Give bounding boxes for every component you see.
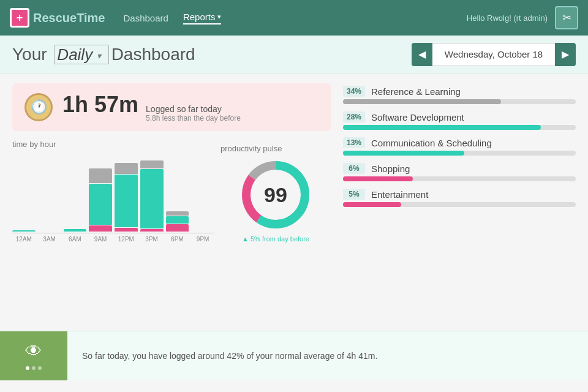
bar-label-7: 9PM: [191, 236, 214, 243]
pulse-sub: ▲ 5% from day before: [242, 235, 309, 243]
brand-name: RescueTime: [33, 11, 105, 25]
footer-text: So far today, you have logged around 42%…: [67, 351, 392, 361]
time-by-hour-chart: time by hour 12AM3AM6AM9AM12PM3PM6PM9PM: [12, 140, 214, 243]
logged-info: 1h 57m Logged so far today 5.8h less tha…: [62, 92, 241, 123]
category-pct-3: 6%: [343, 163, 365, 174]
footer-dot-2: [32, 366, 36, 370]
brand-icon: +: [10, 8, 29, 28]
bar-label-5: 3PM: [140, 236, 164, 243]
eye-icon: 👁: [25, 341, 42, 361]
bar-gray: [166, 211, 189, 215]
category-pct-0: 34%: [343, 86, 365, 97]
bar-label-3: 9AM: [89, 236, 112, 243]
right-panel: 34%Reference & Learning28%Software Devel…: [343, 83, 576, 321]
nav-reports-label: Reports: [183, 12, 216, 22]
category-header-0: 34%Reference & Learning: [343, 86, 576, 97]
category-bar-3: [343, 176, 413, 181]
category-name-2: Communication & Scheduling: [371, 138, 492, 148]
date-label: Wednesday, October 18: [432, 43, 555, 66]
bar-label-6: 6PM: [166, 236, 189, 243]
donut-container: 99: [239, 158, 312, 232]
category-name-0: Reference & Learning: [371, 86, 461, 97]
logged-time-box: 🕐 1h 57m Logged so far today 5.8h less t…: [12, 83, 331, 131]
bar-gray: [115, 163, 138, 174]
logged-label: Logged so far today: [146, 104, 241, 114]
bar-label-1: 3AM: [38, 236, 61, 243]
bar-label-0: 12AM: [12, 236, 36, 243]
date-next-button[interactable]: ▶: [555, 43, 576, 66]
category-name-3: Shopping: [371, 164, 410, 174]
category-header-4: 5%Entertainment: [343, 189, 576, 200]
category-header-3: 6%Shopping: [343, 163, 576, 174]
bar-group-4: [115, 162, 138, 232]
category-bar-bg-2: [343, 151, 576, 156]
category-header-2: 13%Communication & Scheduling: [343, 137, 576, 148]
bar-gray: [89, 168, 112, 183]
daily-label: Daily: [57, 45, 92, 64]
pulse-value: 99: [264, 183, 287, 207]
bar-pink: [115, 228, 138, 232]
logged-time-value: 1h 57m: [62, 92, 138, 118]
category-bar-4: [343, 202, 401, 207]
category-name-1: Software Development: [371, 112, 464, 123]
category-header-1: 28%Software Development: [343, 111, 576, 123]
brand-icon-text: +: [17, 12, 23, 24]
tools-button[interactable]: ✂: [555, 6, 578, 29]
footer-dot-3: [38, 366, 42, 370]
bar-gray: [140, 160, 164, 168]
daily-dropdown[interactable]: Daily ▾: [54, 45, 108, 64]
footer-dots: [26, 366, 42, 370]
category-bar-bg-3: [343, 176, 576, 181]
category-bar-bg-0: [343, 99, 576, 104]
category-pct-1: 28%: [343, 111, 365, 123]
date-prev-button[interactable]: ◀: [412, 43, 432, 66]
footer-icon-box: 👁: [0, 331, 67, 380]
bar-teal: [115, 175, 138, 227]
main-content: 🕐 1h 57m Logged so far today 5.8h less t…: [0, 74, 588, 331]
bar-teal: [166, 216, 189, 224]
bar-teal: [140, 169, 164, 229]
bar-label-2: 6AM: [64, 236, 87, 243]
nav-reports[interactable]: Reports ▾: [183, 12, 222, 24]
footer: 👁 So far today, you have logged around 4…: [0, 331, 588, 380]
bar-group-6: [166, 211, 189, 232]
dashboard-label: Dashboard: [111, 45, 195, 64]
bar-pink: [166, 224, 189, 232]
category-bar-bg-1: [343, 125, 576, 130]
charts-row: time by hour 12AM3AM6AM9AM12PM3PM6PM9PM …: [12, 140, 331, 243]
bar-label-4: 12PM: [115, 236, 138, 243]
bar-labels: 12AM3AM6AM9AM12PM3PM6PM9PM: [12, 236, 214, 243]
nav-hello: Hello Rwolg! (rt admin): [467, 13, 548, 23]
productivity-pulse-chart: productivity pulse 99 ▲ 5% from day be: [221, 144, 331, 243]
category-row-1: 28%Software Development: [343, 111, 576, 130]
pulse-title: productivity pulse: [221, 144, 282, 153]
logged-sub: 5.8h less than the day before: [146, 114, 241, 123]
brand-time: Time: [77, 11, 105, 24]
nav-right: Hello Rwolg! (rt admin) ✂: [467, 6, 578, 29]
category-name-4: Entertainment: [371, 189, 428, 200]
time-chart-title: time by hour: [12, 140, 214, 149]
bar-pink: [140, 229, 164, 232]
category-bar-bg-4: [343, 202, 576, 207]
brand[interactable]: + RescueTime: [10, 8, 105, 28]
category-pct-4: 5%: [343, 189, 365, 200]
category-bar-2: [343, 151, 464, 156]
subheader: Your Daily ▾ Dashboard ◀ Wednesday, Octo…: [0, 36, 588, 74]
category-row-0: 34%Reference & Learning: [343, 86, 576, 104]
category-row-3: 6%Shopping: [343, 163, 576, 181]
bar-group-0: [12, 230, 36, 232]
bar-teal: [89, 184, 112, 225]
bar-group-2: [64, 228, 87, 232]
clock-icon: 🕐: [24, 93, 53, 121]
bar-group-5: [140, 160, 164, 232]
bar-teal: [64, 229, 87, 232]
category-row-4: 5%Entertainment: [343, 189, 576, 207]
daily-arrow-icon: ▾: [97, 51, 101, 61]
category-bar-0: [343, 99, 501, 104]
your-label: Your: [12, 45, 47, 64]
bar-group-3: [89, 168, 112, 232]
left-panel: 🕐 1h 57m Logged so far today 5.8h less t…: [12, 83, 331, 321]
reports-arrow-icon: ▾: [217, 13, 221, 21]
bar-teal: [12, 230, 36, 232]
nav-dashboard[interactable]: Dashboard: [123, 13, 168, 23]
